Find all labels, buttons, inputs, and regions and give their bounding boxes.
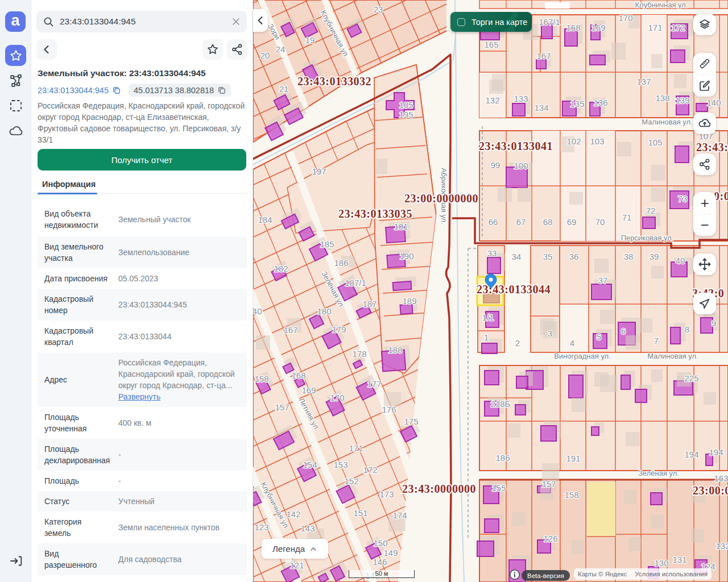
svg-text:137: 137 xyxy=(636,77,651,86)
svg-text:33: 33 xyxy=(487,248,497,258)
svg-text:Малиновая ул.: Малиновая ул. xyxy=(642,118,693,126)
svg-text:167/1: 167/1 xyxy=(539,17,560,27)
svg-text:2: 2 xyxy=(515,338,520,348)
svg-text:184: 184 xyxy=(258,215,272,225)
svg-text:153: 153 xyxy=(333,460,348,469)
svg-text:66: 66 xyxy=(489,217,498,227)
svg-text:189: 189 xyxy=(402,296,416,306)
svg-text:146: 146 xyxy=(373,557,387,567)
svg-text:21: 21 xyxy=(279,84,289,94)
svg-text:102: 102 xyxy=(566,136,581,146)
svg-text:188: 188 xyxy=(388,345,402,355)
svg-text:23:43:0: 23:43:0 xyxy=(696,141,728,153)
svg-text:138: 138 xyxy=(655,93,669,103)
svg-text:Малиновая ул.: Малиновая ул. xyxy=(647,352,698,360)
svg-text:194: 194 xyxy=(709,447,723,457)
svg-text:19: 19 xyxy=(305,35,315,45)
svg-text:70: 70 xyxy=(595,217,605,227)
svg-text:195: 195 xyxy=(399,110,413,119)
svg-text:179: 179 xyxy=(332,325,346,334)
svg-text:99: 99 xyxy=(491,160,500,170)
svg-text:34: 34 xyxy=(512,252,522,261)
svg-text:73: 73 xyxy=(678,194,688,203)
svg-text:170: 170 xyxy=(618,13,632,23)
svg-text:24: 24 xyxy=(276,44,286,54)
svg-text:23:00:0000000: 23:00:0000000 xyxy=(404,192,478,205)
svg-text:133: 133 xyxy=(514,94,528,103)
svg-text:151: 151 xyxy=(353,508,367,518)
svg-text:150: 150 xyxy=(373,538,387,548)
svg-text:140: 140 xyxy=(253,306,262,316)
svg-text:178: 178 xyxy=(352,349,366,359)
svg-text:187: 187 xyxy=(362,299,377,309)
svg-text:167: 167 xyxy=(536,51,551,61)
svg-text:7: 7 xyxy=(654,336,659,346)
svg-text:Виноградная ул.: Виноградная ул. xyxy=(554,352,611,360)
svg-text:100: 100 xyxy=(514,161,528,171)
svg-text:134: 134 xyxy=(534,103,548,113)
svg-text:176: 176 xyxy=(382,405,396,414)
svg-text:39: 39 xyxy=(650,252,659,261)
svg-text:126: 126 xyxy=(543,534,557,543)
svg-text:175: 175 xyxy=(404,417,418,426)
svg-text:23:43:0133041: 23:43:0133041 xyxy=(479,140,553,152)
svg-text:170: 170 xyxy=(330,393,344,402)
svg-text:23:43:0000000: 23:43:0000000 xyxy=(402,483,476,495)
svg-text:135: 135 xyxy=(570,99,584,109)
svg-text:197: 197 xyxy=(312,167,326,176)
svg-text:140: 140 xyxy=(706,98,721,107)
svg-text:40: 40 xyxy=(676,256,685,265)
svg-text:182: 182 xyxy=(274,264,288,273)
svg-text:36: 36 xyxy=(569,252,579,261)
svg-text:103: 103 xyxy=(590,136,604,146)
svg-text:4: 4 xyxy=(570,338,574,348)
svg-text:171: 171 xyxy=(648,23,662,32)
svg-text:190: 190 xyxy=(399,251,413,261)
svg-text:23:00:0000000: 23:00:0000000 xyxy=(693,484,728,497)
svg-text:172: 172 xyxy=(363,465,377,475)
svg-text:157: 157 xyxy=(275,402,289,412)
svg-text:Персиковая ул.: Персиковая ул. xyxy=(621,234,674,242)
svg-text:6: 6 xyxy=(621,326,626,336)
svg-text:169: 169 xyxy=(591,23,605,32)
svg-text:139: 139 xyxy=(675,95,689,105)
svg-text:142: 142 xyxy=(286,509,300,519)
svg-text:174: 174 xyxy=(392,510,407,520)
svg-text:168: 168 xyxy=(566,23,580,32)
svg-text:35: 35 xyxy=(543,252,553,261)
svg-text:105: 105 xyxy=(399,100,413,110)
svg-text:185: 185 xyxy=(320,239,334,249)
svg-text:225: 225 xyxy=(684,373,698,383)
svg-text:68: 68 xyxy=(543,217,553,227)
svg-text:152: 152 xyxy=(344,476,358,486)
svg-text:71: 71 xyxy=(622,213,632,222)
svg-text:186: 186 xyxy=(334,258,348,268)
svg-text:177: 177 xyxy=(367,379,381,389)
svg-text:165: 165 xyxy=(484,40,498,49)
svg-text:186: 186 xyxy=(495,453,510,463)
svg-text:23:43:0133035: 23:43:0133035 xyxy=(338,207,412,220)
svg-text:169: 169 xyxy=(301,385,316,395)
svg-text:20: 20 xyxy=(260,51,270,60)
svg-text:163: 163 xyxy=(714,473,728,483)
svg-text:Клубничная ул.: Клубничная ул. xyxy=(635,1,688,9)
svg-text:158: 158 xyxy=(564,490,578,500)
svg-text:1: 1 xyxy=(484,332,489,342)
svg-text:123: 123 xyxy=(254,522,268,532)
svg-text:105: 105 xyxy=(648,138,662,147)
svg-text:101: 101 xyxy=(394,222,408,231)
svg-text:187/1: 187/1 xyxy=(345,278,366,288)
svg-text:38: 38 xyxy=(624,252,634,261)
svg-text:8: 8 xyxy=(685,325,689,334)
svg-text:23:43:0133032: 23:43:0133032 xyxy=(297,75,371,88)
svg-text:131: 131 xyxy=(672,555,686,564)
svg-text:132: 132 xyxy=(715,541,728,551)
svg-text:23: 23 xyxy=(374,5,383,14)
svg-text:172: 172 xyxy=(671,23,685,32)
svg-text:154: 154 xyxy=(303,460,317,469)
svg-text:132: 132 xyxy=(485,95,499,105)
svg-text:158: 158 xyxy=(254,374,268,384)
svg-text:171: 171 xyxy=(349,443,363,453)
svg-text:149: 149 xyxy=(383,548,398,558)
svg-text:121: 121 xyxy=(289,560,304,570)
